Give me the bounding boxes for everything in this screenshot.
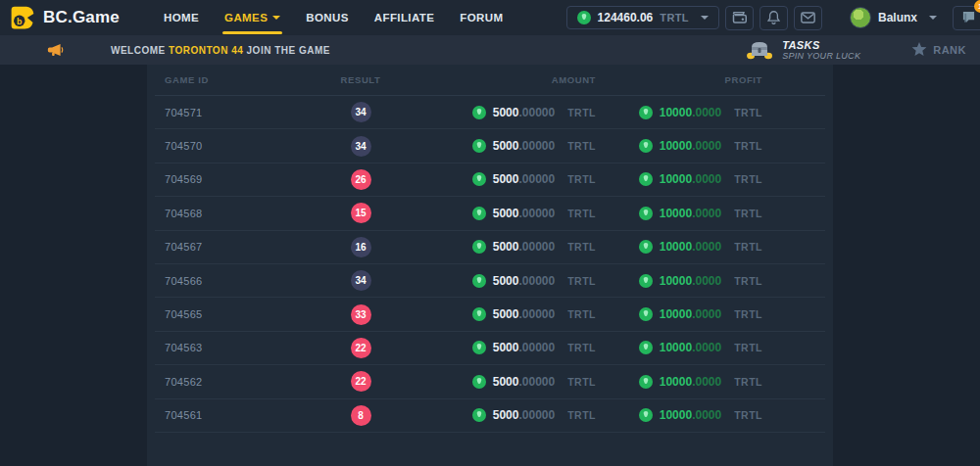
svg-text:b: b: [17, 17, 23, 26]
bcgame-logo-icon: b: [10, 5, 35, 30]
rank-widget[interactable]: RANK: [911, 42, 968, 57]
profit-currency: TRTL: [734, 173, 762, 185]
wallet-balance-selector[interactable]: 124460.06 TRTL: [566, 6, 719, 29]
tasks-subtitle: SPIN YOUR LUCK: [782, 51, 860, 61]
game-id: 704563: [155, 342, 307, 353]
game-id: 704567: [155, 241, 307, 253]
amount-decimals: .00000: [518, 172, 555, 186]
nav-games[interactable]: GAMES: [212, 0, 293, 35]
amount-cell: 5000 .00000 TRTL: [415, 139, 596, 153]
amount-cell: 5000 .00000 TRTL: [415, 375, 596, 389]
profit-cell: 10000 .0000 TRTL: [596, 375, 762, 389]
brand-logo[interactable]: b BC.Game: [10, 5, 120, 30]
profit-integer: 10000: [660, 240, 692, 254]
amount-cell: 5000 .00000 TRTL: [415, 274, 596, 288]
table-row[interactable]: 704571 34 5000 .00000 TRTL 10000 .0000 T…: [155, 96, 825, 129]
game-id: 704561: [155, 409, 307, 421]
coin-icon: [472, 139, 486, 153]
amount-integer: 5000: [493, 307, 519, 321]
chevron-down-icon: [929, 16, 937, 20]
messages-button[interactable]: [794, 6, 822, 30]
game-id: 704570: [155, 140, 307, 152]
amount-cell: 5000 .00000 TRTL: [415, 341, 596, 354]
nav-forum[interactable]: FORUM: [447, 0, 515, 35]
result-badge: 22: [351, 371, 371, 392]
coin-icon: [577, 11, 591, 24]
star-icon: [911, 42, 927, 57]
profit-integer: 10000: [660, 341, 692, 354]
table-row[interactable]: 704566 34 5000 .00000 TRTL 10000 .0000 T…: [155, 264, 825, 298]
profit-decimals: .0000: [692, 106, 721, 119]
table-row[interactable]: 704568 15 5000 .00000 TRTL 10000 .0000 T…: [155, 197, 825, 230]
game-id: 704565: [155, 308, 307, 320]
coin-icon: [472, 106, 486, 119]
coin-icon: [472, 307, 486, 321]
topbar-right: 124460.06 TRTL Balunx: [566, 6, 980, 30]
coin-icon: [472, 375, 486, 389]
announcement-right: TASKS SPIN YOUR LUCK RANK: [745, 39, 968, 62]
profit-decimals: .0000: [692, 341, 721, 354]
wallet-button[interactable]: [725, 6, 754, 30]
wallet-icon: [732, 12, 747, 24]
nav-affiliate[interactable]: AFFILIATE: [362, 0, 448, 35]
amount-integer: 5000: [493, 375, 519, 389]
table-row[interactable]: 704563 22 5000 .00000 TRTL 10000 .0000 T…: [155, 332, 825, 365]
chat-flag-icon: [961, 11, 976, 24]
announcement-bar: WELCOME TORONTON 44 JOIN THE GAME TASKS …: [0, 35, 980, 65]
profit-cell: 10000 .0000 TRTL: [596, 240, 762, 254]
balance-amount: 124460.06: [598, 11, 654, 24]
bets-panel: GAME ID RESULT AMOUNT PROFIT 704571 34 5…: [147, 65, 833, 466]
amount-decimals: .00000: [518, 139, 555, 153]
amount-currency: TRTL: [567, 409, 596, 421]
profit-cell: 10000 .0000 TRTL: [596, 408, 762, 422]
amount-cell: 5000 .00000 TRTL: [415, 307, 596, 321]
profit-currency: TRTL: [734, 107, 762, 118]
profit-decimals: .0000: [692, 240, 721, 254]
balance-currency: TRTL: [660, 12, 689, 23]
coin-icon: [472, 274, 486, 288]
megaphone-icon: [47, 43, 64, 57]
chevron-down-icon: [272, 16, 280, 20]
result-badge: 16: [351, 237, 371, 257]
profit-decimals: .0000: [692, 408, 721, 422]
coin-icon: [639, 274, 653, 288]
table-row[interactable]: 704562 22 5000 .00000 TRTL 10000 .0000 T…: [155, 365, 825, 398]
notifications-button[interactable]: [760, 6, 788, 30]
table-row[interactable]: 704569 26 5000 .00000 TRTL 10000 .0000 T…: [155, 163, 825, 197]
amount-decimals: .00000: [518, 207, 555, 220]
table-row[interactable]: 704567 16 5000 .00000 TRTL 10000 .0000 T…: [155, 231, 825, 264]
profit-decimals: .0000: [692, 375, 721, 389]
col-result: RESULT: [307, 74, 415, 85]
table-row[interactable]: 704570 34 5000 .00000 TRTL 10000 .0000 T…: [155, 129, 825, 163]
coin-icon: [472, 341, 486, 354]
profit-cell: 10000 .0000 TRTL: [596, 207, 762, 220]
coin-icon: [639, 408, 653, 422]
amount-integer: 5000: [493, 172, 519, 186]
amount-currency: TRTL: [567, 107, 596, 118]
table-row[interactable]: 704565 33 5000 .00000 TRTL 10000 .0000 T…: [155, 298, 825, 331]
amount-cell: 5000 .00000 TRTL: [415, 172, 596, 186]
nav-bonus[interactable]: BONUS: [293, 0, 362, 35]
profit-decimals: .0000: [692, 307, 721, 321]
amount-decimals: .00000: [518, 240, 555, 254]
amount-decimals: .00000: [518, 408, 555, 422]
profit-cell: 10000 .0000 TRTL: [596, 274, 762, 288]
result-badge: 33: [351, 304, 371, 325]
tasks-widget[interactable]: TASKS SPIN YOUR LUCK: [745, 39, 860, 62]
profit-integer: 10000: [660, 106, 692, 119]
bets-table-body: 704571 34 5000 .00000 TRTL 10000 .0000 T…: [155, 96, 825, 433]
active-tab-underline: [222, 31, 282, 34]
nav-home[interactable]: HOME: [151, 0, 212, 35]
amount-decimals: .00000: [518, 307, 555, 321]
table-row[interactable]: 704561 8 5000 .00000 TRTL 10000 .0000 TR…: [155, 399, 825, 433]
profit-cell: 10000 .0000 TRTL: [596, 106, 762, 119]
profit-currency: TRTL: [734, 409, 762, 421]
amount-currency: TRTL: [567, 241, 596, 253]
amount-currency: TRTL: [567, 208, 596, 219]
profit-integer: 10000: [660, 307, 692, 321]
coin-icon: [472, 408, 486, 422]
chat-button[interactable]: 10: [953, 6, 980, 30]
treasure-chest-icon: [745, 39, 774, 61]
user-menu[interactable]: Balunx: [850, 7, 937, 28]
profit-currency: TRTL: [734, 376, 762, 388]
